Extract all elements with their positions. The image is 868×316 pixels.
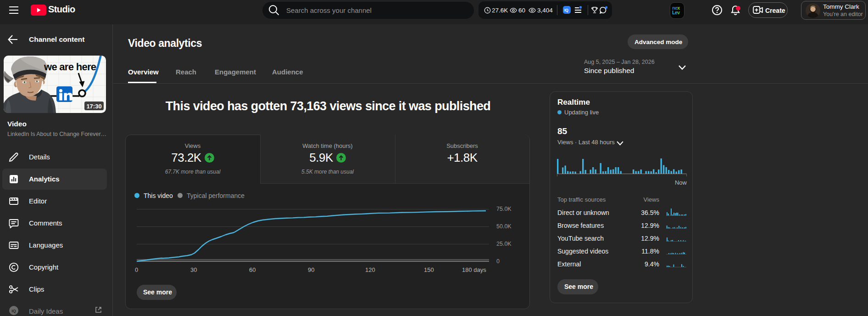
svg-text:we are here: we are here [44,61,96,73]
svg-text:17:30: 17:30 [86,103,101,110]
svg-text:IQ: IQ [11,309,16,313]
